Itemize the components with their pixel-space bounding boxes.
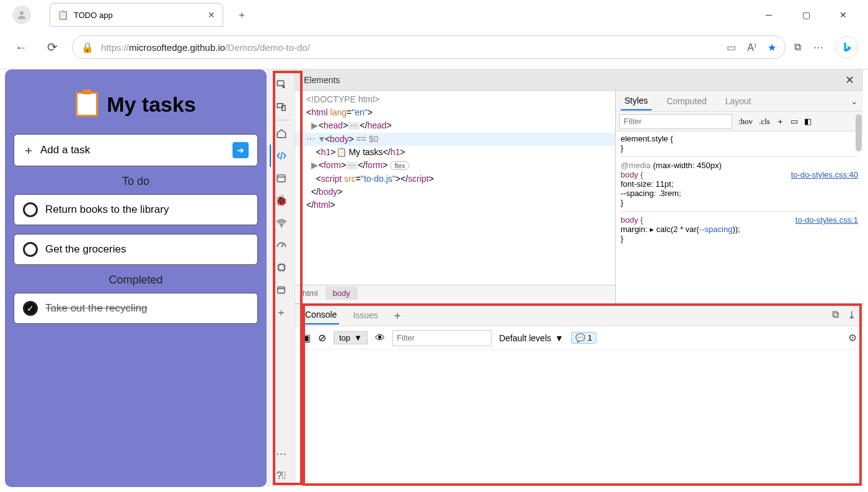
read-aloud-icon[interactable]: A⁾ (747, 42, 756, 53)
clipboard-icon (76, 92, 98, 117)
settings-dots-icon[interactable]: ⋯ (270, 442, 292, 465)
expand-icon[interactable]: ⧉ (832, 309, 839, 321)
minimize-button[interactable]: ─ (758, 4, 780, 26)
collections-icon[interactable]: ⧉ (794, 42, 801, 53)
console-settings-icon[interactable]: ⚙ (848, 332, 857, 344)
elements-body: <!DOCTYPE html> <html lang="en"> ▶<head>… (295, 91, 863, 303)
content-area: My tasks ＋ Add a task ➜ To do Return boo… (5, 69, 863, 487)
log-levels[interactable]: Default levels ▼ (499, 333, 564, 343)
cls-toggle[interactable]: .cls (759, 117, 770, 127)
memory-tool-icon[interactable] (270, 256, 292, 279)
live-expression-icon[interactable]: 👁 (375, 333, 385, 344)
tab-layout[interactable]: Layout (722, 92, 755, 110)
new-tab-button[interactable]: ＋ (233, 6, 250, 24)
close-devtools-icon[interactable]: ✕ (845, 73, 854, 87)
breadcrumb-body[interactable]: body (326, 287, 358, 300)
svg-rect-17 (278, 287, 285, 293)
addressbar-row: ← ⟳ 🔒 https://microsoftedge.github.io/De… (0, 30, 868, 65)
task-text: Get the groceries (45, 243, 126, 256)
dom-tree[interactable]: <!DOCTYPE html> <html lang="en"> ▶<head>… (295, 91, 615, 303)
console-prompt-icon: › (301, 356, 304, 366)
scrollbar[interactable] (856, 114, 862, 151)
layout-icon[interactable]: ◧ (804, 117, 812, 126)
more-tabs-icon[interactable]: ＋ (392, 308, 403, 323)
maximize-button[interactable]: ▢ (795, 4, 817, 26)
console-filter-input[interactable] (392, 330, 492, 346)
titlebar: 📋 TODO app ✕ ＋ ─ ▢ ✕ (0, 0, 868, 30)
section-completed-label: Completed (14, 274, 258, 287)
clear-console-icon[interactable]: ⊘ (318, 332, 326, 344)
styles-panel: Styles Computed Layout ⌄ :hov .cls ＋ ▭ ◧ (615, 91, 863, 303)
info-count-badge[interactable]: 💬1 (571, 332, 596, 344)
tab-console[interactable]: Console (303, 306, 339, 324)
more-icon[interactable]: ⋯ (813, 42, 823, 53)
task-checkbox-done[interactable] (23, 301, 38, 316)
close-window-button[interactable]: ✕ (832, 4, 854, 26)
recorder-tool-icon[interactable] (270, 279, 292, 301)
device-icon[interactable]: ▭ (790, 117, 798, 126)
task-checkbox[interactable] (23, 202, 38, 217)
task-checkbox[interactable] (23, 242, 38, 257)
context-selector[interactable]: top ▼ (334, 331, 368, 344)
breadcrumb-html[interactable]: html (295, 287, 326, 300)
styles-rules[interactable]: element.style { } @media (max-width: 450… (616, 132, 863, 303)
console-toolbar: ▣ ⊘ top ▼ 👁 Default levels ▼ 💬1 ⚙ (295, 326, 863, 350)
elements-header: Elements ✕ (295, 69, 863, 91)
elements-tool-icon[interactable] (270, 145, 292, 167)
styles-filter-input[interactable] (619, 114, 732, 129)
task-text: Return books to the library (45, 204, 169, 216)
select-element-icon[interactable] (270, 73, 292, 96)
shopping-icon[interactable]: ▭ (727, 42, 736, 53)
task-item[interactable]: Return books to the library (14, 194, 258, 225)
task-item-completed[interactable]: Take out the recycling (14, 293, 258, 324)
network-tool-icon[interactable] (270, 212, 292, 234)
plus-icon: ＋ (23, 143, 34, 158)
chevron-down-icon[interactable]: ⌄ (851, 96, 858, 106)
page-title: My tasks (107, 92, 196, 117)
sources-tool-icon[interactable]: 🐞 (270, 189, 292, 212)
add-task-input[interactable]: ＋ Add a task ➜ (14, 134, 258, 166)
section-todo-label: To do (14, 175, 258, 188)
tab-styles[interactable]: Styles (621, 92, 652, 110)
activity-bar: 🐞 ＋ ⋯ ?⃝ (267, 69, 295, 487)
welcome-tool-icon[interactable] (270, 122, 292, 145)
device-toggle-icon[interactable] (270, 96, 292, 118)
help-icon[interactable]: ?⃝ (270, 465, 292, 487)
tab-favicon-icon: 📋 (58, 10, 68, 20)
dock-icon[interactable]: ⤓ (848, 309, 856, 321)
close-tab-icon[interactable]: ✕ (208, 10, 215, 20)
svg-rect-4 (277, 174, 285, 181)
performance-tool-icon[interactable] (270, 234, 292, 256)
new-style-icon[interactable]: ＋ (776, 116, 784, 127)
refresh-button[interactable]: ⟳ (41, 36, 63, 58)
hov-toggle[interactable]: :hov (738, 117, 753, 127)
console-body[interactable]: › (295, 350, 863, 487)
back-button[interactable]: ← (10, 36, 32, 58)
toolbar-right: ⧉ ⋯ (794, 36, 858, 58)
app-title-row: My tasks (14, 92, 258, 117)
tab-issues[interactable]: Issues (350, 306, 380, 324)
application-tool-icon[interactable] (270, 167, 292, 189)
svg-point-6 (281, 226, 282, 227)
stylesheet-link[interactable]: to-do-styles.css:1 (795, 215, 858, 225)
favorite-star-icon[interactable]: ★ (768, 42, 776, 53)
browser-chrome: 📋 TODO app ✕ ＋ ─ ▢ ✕ ← ⟳ 🔒 https://micro… (0, 0, 868, 69)
stylesheet-link[interactable]: to-do-styles.css:40 (791, 170, 858, 179)
todo-app: My tasks ＋ Add a task ➜ To do Return boo… (5, 69, 267, 487)
profile-avatar[interactable] (12, 6, 31, 24)
submit-task-button[interactable]: ➜ (232, 142, 249, 158)
svg-rect-8 (278, 265, 284, 271)
tab-computed[interactable]: Computed (663, 92, 711, 110)
styles-toolbar: :hov .cls ＋ ▭ ◧ (616, 112, 863, 132)
lock-icon: 🔒 (81, 42, 94, 53)
console-tabs: Console Issues ＋ ⧉ ⤓ (295, 304, 863, 326)
browser-tab[interactable]: 📋 TODO app ✕ (50, 3, 223, 27)
svg-point-0 (20, 11, 24, 15)
task-item[interactable]: Get the groceries (14, 234, 258, 265)
svg-rect-1 (277, 81, 284, 86)
address-bar[interactable]: 🔒 https://microsoftedge.github.io/Demos/… (72, 35, 786, 59)
more-tools-icon[interactable]: ＋ (270, 301, 292, 323)
dom-breadcrumb[interactable]: html body (295, 285, 615, 301)
sidebar-toggle-icon[interactable]: ▣ (301, 332, 311, 344)
bing-icon[interactable] (836, 36, 858, 58)
